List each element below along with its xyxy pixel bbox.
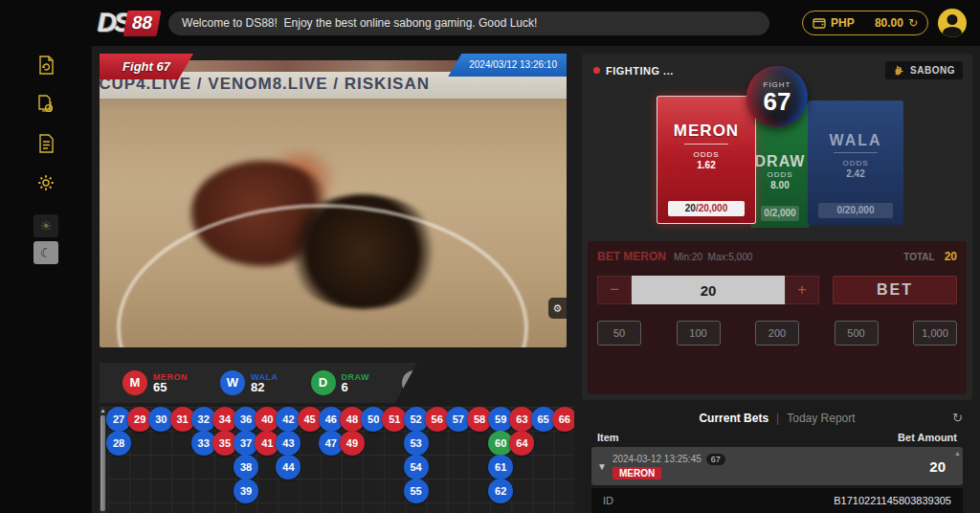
wallet-icon xyxy=(813,17,826,29)
scrollbar-thumb[interactable] xyxy=(100,415,105,511)
results-summary: MMERON65WWALA82DDRAW6CCANCEL4 xyxy=(100,363,417,403)
welcome-marquee: Welcome to DS88! Enjoy the best online s… xyxy=(168,11,769,35)
live-video-container: UCUP4.LIVE / VENOM8.LIVE / RISKISAN Figh… xyxy=(100,60,567,347)
app-root: ☀ ☾ DS 88 Welcome to DS88! Enjoy the bes… xyxy=(0,0,980,513)
tab-today-report[interactable]: Today Report xyxy=(787,412,855,425)
live-dot-icon xyxy=(593,67,600,74)
gear-icon: ⚙ xyxy=(553,302,563,314)
wala-odds: 2.42 xyxy=(846,168,864,179)
rooster-icon xyxy=(893,64,905,77)
trend-dot-62: 62 xyxy=(488,479,513,503)
arena-chalk-ring xyxy=(117,204,528,347)
dark-theme-toggle-moon-icon[interactable]: ☾ xyxy=(33,241,58,264)
video-settings-button[interactable]: ⚙ xyxy=(548,298,567,319)
stream-timestamp-badge: 2024/03/12 13:26:10 xyxy=(448,54,567,77)
bet-history-icon[interactable] xyxy=(34,54,57,77)
bet-side-badge: MERON xyxy=(612,467,661,480)
meron-card[interactable]: MERON ODDS 1.62 20/20,000 xyxy=(657,96,756,224)
tab-current-bets[interactable]: Current Bets xyxy=(699,412,768,425)
wala-bubble-icon: W xyxy=(220,370,245,395)
balance-refresh-icon[interactable]: ↻ xyxy=(908,16,918,30)
draw-title: DRAW xyxy=(755,153,806,170)
trend-dot-38: 38 xyxy=(234,455,258,480)
top-bar: DS 88 Welcome to DS88! Enjoy the best on… xyxy=(92,0,980,46)
provider-badge[interactable]: SABONG xyxy=(885,61,963,79)
stat-label: CANCEL xyxy=(433,372,472,382)
settings-icon[interactable] xyxy=(34,171,57,194)
current-bets-panel: Current Bets | Today Report ↻ Item Bet A… xyxy=(582,406,972,513)
stat-wala: WWALA82 xyxy=(220,370,278,395)
fight-status: FIGHTING ... xyxy=(593,65,674,77)
meron-title: MERON xyxy=(674,122,739,141)
currency-label: PHP xyxy=(831,16,855,30)
column-bet-amount: Bet Amount xyxy=(898,432,957,443)
trend-grid-cells: 2728293031323334353637383940414243444546… xyxy=(108,407,574,513)
place-bet-button[interactable]: BET xyxy=(833,276,957,304)
fight-number-ball: FIGHT 67 xyxy=(746,66,808,127)
draw-bubble-icon: D xyxy=(311,370,336,395)
bet-side-label: BET MERON xyxy=(597,250,666,263)
quick-chip-100[interactable]: 100 xyxy=(677,321,721,346)
bet-timestamp: 2024-03-12 13:25:45 xyxy=(612,454,702,464)
bets-scroll-up-icon[interactable]: ▲ xyxy=(954,450,961,457)
wala-pool: 0/20,000 xyxy=(818,203,893,218)
left-sidebar: ☀ ☾ xyxy=(0,0,92,513)
stat-count: 65 xyxy=(153,382,188,393)
stat-count: 4 xyxy=(433,382,472,393)
wala-card[interactable]: WALA ODDS 2.42 0/20,000 xyxy=(808,100,903,225)
meron-pool: 20/20,000 xyxy=(668,201,745,216)
draw-odds: 8.00 xyxy=(770,180,789,190)
scroll-up-icon[interactable]: ▲ xyxy=(100,407,106,414)
trend-dot-66: 66 xyxy=(552,407,574,432)
bet-row[interactable]: ▼ 2024-03-12 13:25:45 67 MERON 20 ▲ xyxy=(591,447,963,485)
bet-limits: Min:20 Max:5,000 xyxy=(674,252,752,262)
decrease-bet-button[interactable]: − xyxy=(597,276,632,304)
total-label: TOTAL xyxy=(903,252,934,262)
ds88-logo[interactable]: DS 88 xyxy=(98,8,159,38)
stat-meron: MMERON65 xyxy=(122,370,188,395)
fight-number-badge: Fight 67 xyxy=(100,54,193,79)
bet-amount-input[interactable] xyxy=(632,276,785,304)
stat-draw: DDRAW6 xyxy=(311,370,370,395)
total-value: 20 xyxy=(945,250,957,263)
cancel-bubble-icon: C xyxy=(402,370,427,395)
trend-dot-39: 39 xyxy=(234,479,258,503)
chevron-down-icon: ▼ xyxy=(597,461,607,472)
trend-dot-61: 61 xyxy=(488,455,513,480)
increase-bet-button[interactable]: + xyxy=(785,276,819,304)
trend-dot-53: 53 xyxy=(404,431,429,456)
id-label: ID xyxy=(603,495,613,506)
balance-value: 80.00 xyxy=(875,16,903,30)
trend-dot-54: 54 xyxy=(404,455,429,480)
betting-panel: FIGHTING ... SABONG FIGHT 67 MERON ODDS … xyxy=(582,54,972,400)
stat-count: 82 xyxy=(251,382,278,393)
trend-grid: ▲ 27282930313233343536373839404142434445… xyxy=(100,407,574,513)
id-value: B1710221145803839305 xyxy=(834,495,951,506)
quick-chip-500[interactable]: 500 xyxy=(835,321,879,346)
stat-count: 6 xyxy=(342,382,370,393)
bet-amount-value: 20 xyxy=(929,458,953,475)
meron-bubble-icon: M xyxy=(122,370,147,395)
draw-pool: 0/2,000 xyxy=(761,206,799,221)
quick-chip-50[interactable]: 50 xyxy=(597,321,641,346)
meron-odds: 1.62 xyxy=(697,160,715,170)
light-theme-toggle-sun-icon[interactable]: ☀ xyxy=(33,214,58,237)
column-item: Item xyxy=(597,432,619,443)
quick-chip-200[interactable]: 200 xyxy=(755,321,799,346)
wala-title: WALA xyxy=(829,132,881,149)
trend-dot-55: 55 xyxy=(404,479,429,503)
transactions-icon[interactable] xyxy=(34,93,57,116)
bet-fight-number: 67 xyxy=(706,454,725,465)
trend-dot-49: 49 xyxy=(340,431,365,456)
user-avatar[interactable] xyxy=(938,9,967,37)
trend-grid-scrollbar[interactable]: ▲ xyxy=(100,407,106,513)
trend-dot-44: 44 xyxy=(276,455,301,480)
chip-row: 501002005001,000 xyxy=(597,321,957,346)
quick-chip-1,000[interactable]: 1,000 xyxy=(913,321,957,346)
bets-refresh-icon[interactable]: ↻ xyxy=(952,411,963,425)
logo-88-text: 88 xyxy=(123,11,162,36)
live-video-stream[interactable]: UCUP4.LIVE / VENOM8.LIVE / RISKISAN xyxy=(100,60,567,347)
wallet-balance[interactable]: PHP 80.00 ↻ xyxy=(802,11,928,35)
reports-icon[interactable] xyxy=(34,132,57,155)
bet-id-row: ID B1710221145803839305 xyxy=(591,488,963,513)
